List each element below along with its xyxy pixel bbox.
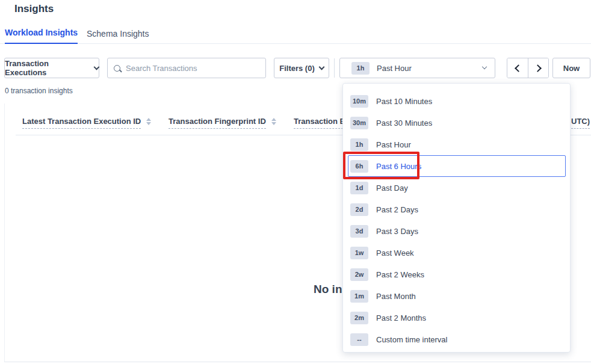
tab-schema-insights[interactable]: Schema Insights: [87, 29, 149, 44]
chevron-right-icon: [534, 64, 542, 72]
time-nav-arrows: [507, 58, 549, 78]
time-option-label: Past 2 Months: [376, 313, 426, 322]
table-bottom-border: [4, 362, 591, 362]
time-option-1m[interactable]: 1m Past Month: [348, 285, 566, 307]
time-option-label: Past 3 Days: [376, 227, 418, 236]
search-box[interactable]: [107, 58, 266, 78]
time-option-badge: 2w: [350, 268, 368, 281]
time-option-3d[interactable]: 3d Past 3 Days: [348, 220, 566, 242]
time-option-badge: 6h: [350, 160, 368, 173]
sort-icon: [146, 118, 151, 125]
now-button[interactable]: Now: [552, 58, 590, 78]
time-option-label: Custom time interval: [376, 335, 447, 344]
time-option-label: Past Day: [376, 184, 408, 193]
time-option-label: Past 10 Minutes: [376, 97, 432, 106]
time-interval-badge: 1h: [351, 62, 370, 75]
chevron-down-icon: [318, 64, 324, 70]
time-option-badge: 30m: [350, 117, 368, 129]
time-option-badge: 10m: [350, 95, 368, 108]
column-header-latest-transaction-execution-id[interactable]: Latest Transaction Execution ID: [22, 117, 141, 129]
time-interval-dropdown: 10m Past 10 Minutes 30m Past 30 Minutes …: [342, 83, 571, 353]
time-option-6h[interactable]: 6h Past 6 Hours: [348, 155, 566, 177]
time-option-label: Past Month: [376, 292, 416, 301]
tab-workload-insights[interactable]: Workload Insights: [5, 28, 78, 44]
prev-interval-button[interactable]: [507, 58, 528, 78]
time-option-label: Past Hour: [376, 140, 411, 149]
view-type-selector[interactable]: Transaction Executions: [4, 58, 99, 78]
time-option-label: Past 30 Minutes: [376, 119, 432, 128]
time-option-badge: 1w: [350, 247, 368, 259]
time-option-badge: --: [350, 333, 368, 346]
time-option-1w[interactable]: 1w Past Week: [348, 242, 566, 264]
time-option-badge: 2d: [350, 203, 368, 216]
time-option-badge: 3d: [350, 225, 368, 238]
search-icon: [114, 65, 120, 72]
table-left-border: [4, 103, 5, 362]
column-header-transaction-fingerprint-id[interactable]: Transaction Fingerprint ID: [169, 117, 266, 129]
time-option-2d[interactable]: 2d Past 2 Days: [348, 199, 566, 220]
time-option-badge: 1m: [350, 290, 368, 303]
time-option-custom[interactable]: -- Custom time interval: [348, 329, 566, 350]
time-option-badge: 1h: [350, 138, 368, 151]
filters-button[interactable]: Filters (0): [274, 58, 329, 78]
time-interval-picker[interactable]: 1h Past Hour: [339, 58, 495, 78]
column-header-utc[interactable]: UTC): [571, 117, 590, 129]
toolbar-divider: [334, 58, 335, 78]
insights-page: Insights Workload Insights Schema Insigh…: [0, 0, 591, 364]
time-option-label: Past 2 Weeks: [376, 270, 424, 279]
time-option-label: Past 6 Hours: [376, 162, 421, 171]
time-option-label: Past 2 Days: [376, 205, 418, 214]
sort-icon: [271, 118, 276, 125]
time-option-label: Past Week: [376, 248, 414, 258]
chevron-left-icon: [515, 64, 522, 72]
time-option-10m[interactable]: 10m Past 10 Minutes: [348, 90, 566, 112]
time-option-1h[interactable]: 1h Past Hour: [348, 134, 566, 155]
time-option-2w[interactable]: 2w Past 2 Weeks: [348, 264, 566, 285]
tab-bar: Workload Insights Schema Insights: [0, 27, 591, 44]
next-interval-button[interactable]: [528, 58, 548, 78]
time-option-30m[interactable]: 30m Past 30 Minutes: [348, 112, 566, 134]
search-input[interactable]: [126, 64, 259, 73]
time-option-badge: 2m: [350, 312, 368, 324]
filters-label: Filters (0): [279, 64, 315, 73]
chevron-down-icon: [94, 64, 100, 70]
time-option-1d[interactable]: 1d Past Day: [348, 177, 566, 199]
column-header-transaction-execution[interactable]: Transaction Ex: [294, 117, 349, 129]
insights-count: 0 transaction insights: [5, 87, 73, 95]
view-type-label: Transaction Executions: [5, 59, 90, 77]
time-interval-label: Past Hour: [377, 64, 412, 73]
time-option-badge: 1d: [350, 182, 368, 194]
time-option-2m[interactable]: 2m Past 2 Months: [348, 307, 566, 329]
page-title: Insights: [14, 3, 54, 15]
chevron-down-icon: [482, 64, 487, 69]
